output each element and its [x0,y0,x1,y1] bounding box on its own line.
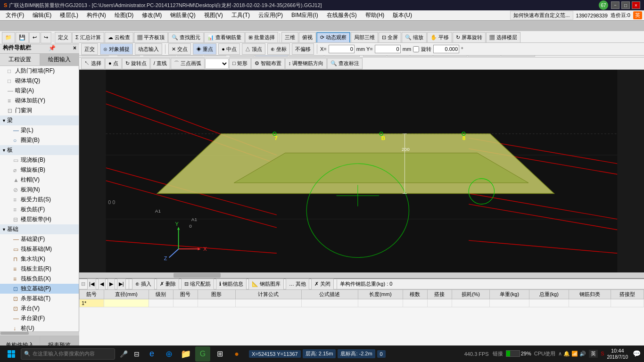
menu-file[interactable]: 文件(F) [2,10,28,20]
cell-diameter[interactable] [104,299,149,307]
menu-tools[interactable]: 工具(T) [228,10,254,20]
close-button[interactable]: × [632,1,640,9]
nav-item-floor-band[interactable]: ⊟楼层板带(H) [0,214,79,224]
coord-snap-btn[interactable]: ⊕ 坐标 [267,43,290,55]
line-draw-btn[interactable]: / 直线 [150,58,170,69]
menu-view[interactable]: 视图(V) [200,10,227,20]
3d-view-btn[interactable]: 三维 [281,32,298,43]
rotate-check[interactable] [413,46,419,52]
nav-first-btn[interactable]: |◀ [87,279,96,290]
lang-switch[interactable]: 英 [633,11,642,19]
rebar-diagram-btn[interactable]: 📐 钢筋图库 [248,279,284,290]
rebar-table-container[interactable]: 筋号 直径(mm) 级别 图号 图形 计算公式 公式描述 长度(mm) 根数 搭… [79,289,644,346]
nav-item-raft-main-bar[interactable]: ≡筏板主筋(R) [0,264,79,274]
no-offset-btn[interactable]: 不偏移 [292,43,314,55]
dynamic-view-btn[interactable]: ⟳ 动态观察 [316,32,350,43]
object-snap-btn[interactable]: ⊙ 对象捕捉 [100,43,133,55]
open-folder-btn[interactable]: 📁 [2,32,15,43]
taskbar-search-bar[interactable]: 🔍 在这里输入你要搜索的内容 [21,348,115,360]
project-settings-btn[interactable]: 工程设置 [0,54,40,66]
rotate-point-btn[interactable]: ↻ 旋转点 [122,58,150,69]
menu-element[interactable]: 构件(N) [83,10,110,20]
nav-item-pile-cap-beam[interactable]: —承台梁(F) [0,313,79,323]
extra-icon2[interactable]: ● [229,346,244,362]
nav-item-antifear-wall[interactable]: □人防门框墙(RF) [0,66,79,76]
glodon-taskbar-icon[interactable]: G [195,346,210,362]
check-annotate-btn[interactable]: 🔍 查改标注 [327,58,363,69]
point-draw-btn[interactable]: ● 点 [105,58,122,69]
intersection-snap-btn[interactable]: ✕ 交点 [168,43,191,55]
menu-draw[interactable]: 绘图(D) [111,10,138,20]
task-view-btn[interactable]: ⊟ [130,347,143,361]
nav-item-raft-neg-bar[interactable]: ≡筏板负筋(X) [0,274,79,284]
start-button[interactable] [2,346,21,362]
explorer-taskbar-icon[interactable]: 📁 [178,346,193,362]
menu-online[interactable]: 在线服务(S) [323,10,361,20]
nav-item-isolated-foundation[interactable]: ⊡独立基础(P) [0,284,79,294]
nav-item-door-window[interactable]: ⊡门窗洞 [0,106,79,115]
vertex-snap-btn[interactable]: △ 顶点 [242,43,265,55]
resize-handle[interactable]: ⊟ [81,281,85,287]
delete-row-btn[interactable]: ✗ 删除 [157,279,179,290]
menu-rebar-qty[interactable]: 钢筋量(Q) [166,10,199,20]
rebar-info-btn[interactable]: ℹ 钢筋信息 [216,279,247,290]
define-btn[interactable]: 定义 [55,32,72,43]
nav-group-slab[interactable]: ▼板 [0,145,79,155]
sum-calc-btn[interactable]: Σ 汇总计算 [72,32,104,43]
search-hint[interactable]: 如何快速布置自定义范... [510,11,573,20]
select-floor-btn[interactable]: ▦ 选择楼层 [486,32,520,43]
nav-item-shaped-foundation[interactable]: ⊡杀形基础(T) [0,294,79,304]
zoom-btn[interactable]: 🔍 缩放 [402,32,427,43]
nav-item-slab-tension-bar[interactable]: ≡板受力筋(S) [0,195,79,205]
redo-btn[interactable]: ↪ [41,32,51,43]
nav-item-raft-foundation[interactable]: ▭筏板基础(M) [0,244,79,254]
h-scrollbar[interactable] [79,272,644,278]
pan-btn[interactable]: ✋ 平移 [427,32,452,43]
nav-item-beam[interactable]: —梁(L) [0,125,79,135]
menu-bim[interactable]: BIM应用(I) [288,10,322,20]
orthogonal-btn[interactable]: 正交 [81,43,98,55]
midpoint-snap-btn[interactable]: ◈ 重点 [193,43,216,55]
select-mode-btn[interactable]: ↖ 选择 [81,58,105,69]
edge-taskbar-icon[interactable]: ⊕ [161,346,176,362]
local-3d-btn[interactable]: 局部三维 [351,32,378,43]
cortana-btn[interactable]: 🎤 [117,347,130,361]
close-panel-btn[interactable]: ✗ 关闭 [311,279,334,290]
nav-pin-icon[interactable]: 📌 [49,45,56,51]
rotate-input[interactable] [433,45,459,53]
screen-rotate-btn[interactable]: ↻ 屏幕旋转 [453,32,486,43]
nav-group-foundation[interactable]: ▼基础 [0,224,79,234]
nav-scroll-thumb[interactable] [0,332,29,335]
nav-close-icon[interactable]: × [73,45,76,51]
menu-edit[interactable]: 编辑(E) [29,10,55,20]
fullscreen-btn[interactable]: ⊡ 全屏 [379,32,401,43]
nav-item-cast-slab[interactable]: ▭现浇板(B) [0,155,79,165]
dynamic-input-btn[interactable]: 动态输入 [135,43,162,55]
menu-floor[interactable]: 楼层(L) [56,10,82,20]
insert-row-btn[interactable]: ⊕ 插入 [132,279,155,290]
adjust-rebar-dir-btn[interactable]: ↕ 调整钢筋方向 [285,58,327,69]
notification-btn[interactable]: 💬 [631,348,642,359]
extra-icon1[interactable]: ⊞ [212,346,227,362]
nav-item-masonry-wall[interactable]: □砌体墙(Q) [0,76,79,86]
nav-next-btn[interactable]: ▶ [107,279,115,290]
nav-item-pile-cap[interactable]: ⊡承台(V) [0,304,79,313]
maximize-button[interactable]: □ [621,1,630,9]
arc-draw-btn[interactable]: ⌒ 三点画弧 [171,58,205,69]
nav-group-beam[interactable]: ▼梁 [0,115,79,125]
lang-indicator[interactable]: 英 [589,350,598,358]
save-btn[interactable]: 💾 [16,32,29,43]
find-element-btn[interactable]: 🔍 查找图元 [168,32,204,43]
menu-cloud[interactable]: 云应用(P) [255,10,287,20]
minimize-button[interactable]: － [611,1,619,9]
nav-prev-btn[interactable]: ◀ [98,279,106,290]
nav-last-btn[interactable]: ▶| [117,279,126,290]
rect-draw-btn[interactable]: □ 矩形 [229,58,251,69]
x-input[interactable] [329,45,355,53]
nav-item-foundation-beam[interactable]: —基础梁(F) [0,234,79,244]
top-view-btn[interactable]: 俯视 [299,32,316,43]
nav-item-column-cap[interactable]: ▲柱帽(V) [0,175,79,185]
nav-item-sump[interactable]: ⊓集水坑(K) [0,254,79,264]
batch-select-btn[interactable]: ⊞ 批量选择 [245,32,278,43]
smart-place-btn[interactable]: ⚙ 智能布置 [251,58,285,69]
